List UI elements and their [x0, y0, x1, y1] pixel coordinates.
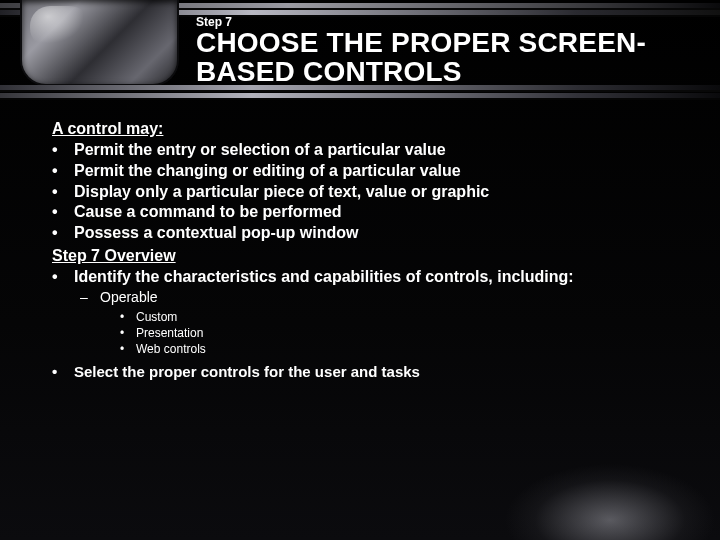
list-item: Permit the entry or selection of a parti…: [52, 140, 672, 161]
list-item: Select the proper controls for the user …: [52, 363, 672, 380]
slide-body: A control may: Permit the entry or selec…: [52, 120, 672, 380]
list-item: Display only a particular piece of text,…: [52, 182, 672, 203]
slide-title: CHOOSE THE PROPER SCREEN-BASED CONTROLS: [196, 28, 696, 87]
list-item: Web controls: [120, 341, 672, 357]
list-item-text: Presentation: [136, 326, 203, 340]
list-item-text: Web controls: [136, 342, 206, 356]
list-item-text: Select the proper controls for the user …: [74, 363, 420, 380]
list-item: Permit the changing or editing of a part…: [52, 161, 672, 182]
list-item-text: Display only a particular piece of text,…: [74, 183, 489, 200]
list-item: Identify the characteristics and capabil…: [52, 267, 672, 288]
bullet-list-2: Identify the characteristics and capabil…: [52, 267, 672, 288]
list-item: Operable: [80, 288, 672, 307]
decor-strip: [0, 90, 720, 92]
list-item: Presentation: [120, 325, 672, 341]
list-item-text: Identify the characteristics and capabil…: [74, 268, 574, 285]
list-item-text: Operable: [100, 289, 158, 305]
list-item-text: Custom: [136, 310, 177, 324]
decor-strip: [0, 98, 720, 100]
final-list: Select the proper controls for the user …: [52, 363, 672, 380]
heading-control-may: A control may:: [52, 120, 672, 138]
sub-list-2: Custom Presentation Web controls: [120, 309, 672, 358]
list-item-text: Permit the changing or editing of a part…: [74, 162, 461, 179]
list-item: Possess a contextual pop-up window: [52, 223, 672, 244]
sub-list-1: Operable: [80, 288, 672, 307]
slide: Step 7 CHOOSE THE PROPER SCREEN-BASED CO…: [0, 0, 720, 540]
list-item-text: Permit the entry or selection of a parti…: [74, 141, 446, 158]
list-item: Custom: [120, 309, 672, 325]
list-item-text: Cause a command to be performed: [74, 203, 342, 220]
list-item-text: Possess a contextual pop-up window: [74, 224, 358, 241]
header-badge: [22, 0, 177, 84]
bullet-list-1: Permit the entry or selection of a parti…: [52, 140, 672, 244]
list-item: Cause a command to be performed: [52, 202, 672, 223]
heading-overview: Step 7 Overview: [52, 247, 672, 265]
